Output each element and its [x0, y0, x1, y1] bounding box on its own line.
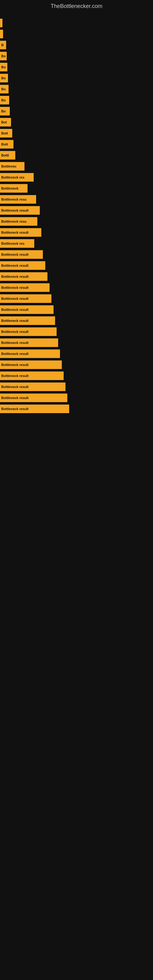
bar-label: Bot: [1, 120, 7, 124]
bar-row: B: [0, 41, 153, 49]
bar: Bott: [0, 129, 12, 137]
bar: Bottleneck result: [0, 317, 55, 325]
bar: Bottleneck resu: [0, 195, 36, 204]
bar-row: Bottleneck result: [0, 393, 153, 402]
bar-row: Bott: [0, 140, 153, 148]
bar-row: Bottleneck result: [0, 382, 153, 391]
bar-label: Bottleneck res: [1, 175, 24, 179]
bar-row: Bottleneck res: [0, 239, 153, 248]
bar: Bottleneck result: [0, 305, 54, 314]
bar-label: Bo: [1, 76, 6, 80]
bar-label: Bott: [1, 131, 8, 135]
bar-label: Bo: [1, 87, 6, 91]
bar: Bottleneck res: [0, 173, 33, 181]
bar-row: Bottlenec: [0, 162, 153, 170]
bar-row: Bot: [0, 118, 153, 126]
bar-label: Bott: [1, 142, 8, 146]
bar-label: Bottleneck resu: [1, 220, 27, 223]
bar-row: Bo: [0, 74, 153, 83]
bar-label: Bo: [1, 109, 6, 113]
bar: Bottleneck result: [0, 350, 60, 358]
bar-row: Bottleneck result: [0, 272, 153, 281]
bar-row: Bottleneck result: [0, 328, 153, 336]
bar-label: Bottleneck result: [1, 275, 29, 278]
bar-row: Bottleneck result: [0, 339, 153, 347]
bar-label: Bottleneck result: [1, 319, 29, 323]
bar-row: Bottleneck result: [0, 360, 153, 369]
bar-label: Bottleneck result: [1, 352, 29, 356]
bar-label: Bottleneck result: [1, 253, 29, 256]
bar-label: Bottl: [1, 153, 9, 157]
bar: [0, 19, 2, 27]
bar-row: [0, 19, 153, 27]
bar: Bottleneck result: [0, 272, 48, 281]
bar-label: Bottleneck: [1, 186, 18, 190]
bar-label: Bo: [1, 54, 6, 58]
bar-row: Bottleneck result: [0, 283, 153, 292]
bar-row: Bo: [0, 52, 153, 60]
bar: B: [0, 41, 6, 49]
bar-row: Bottleneck result: [0, 371, 153, 380]
bar-label: Bottleneck result: [1, 363, 29, 367]
bar-label: Bo: [1, 98, 6, 102]
bar: Bo: [0, 63, 7, 72]
bar-row: Bottleneck result: [0, 206, 153, 215]
bar-label: Bottleneck result: [1, 297, 29, 301]
bar: Bo: [0, 74, 8, 83]
bar-label: Bottleneck result: [1, 396, 29, 400]
bar-row: Bottleneck result: [0, 261, 153, 270]
bar-label: Bottleneck result: [1, 286, 29, 290]
bar: Bott: [0, 140, 13, 148]
bar: Bottleneck result: [0, 393, 67, 402]
bar-label: Bottleneck result: [1, 407, 29, 411]
bar-row: Bo: [0, 107, 153, 115]
bar: Bottl: [0, 151, 15, 159]
bar-row: Bottleneck result: [0, 317, 153, 325]
bar: Bottleneck res: [0, 239, 34, 248]
bar-label: Bottleneck result: [1, 264, 29, 267]
site-title: TheBottlenecker.com: [0, 0, 153, 16]
bar-row: Bo: [0, 63, 153, 72]
bar-label: Bottleneck result: [1, 385, 29, 389]
bar-row: Bottleneck result: [0, 350, 153, 358]
bar: Bottleneck result: [0, 261, 45, 270]
bar-row: Bottleneck result: [0, 294, 153, 303]
bar-label: Bottleneck result: [1, 330, 29, 334]
bar-row: Bottleneck result: [0, 228, 153, 237]
bar-label: Bottleneck res: [1, 242, 24, 245]
bar: [0, 30, 3, 38]
bar: Bo: [0, 52, 7, 60]
bar: Bottleneck result: [0, 382, 65, 391]
bar-label: Bottleneck result: [1, 374, 29, 378]
bar-label: Bottleneck result: [1, 341, 29, 345]
bar-label: Bo: [1, 65, 6, 69]
bar-row: Bottleneck resu: [0, 217, 153, 226]
bar-row: Bottleneck result: [0, 305, 153, 314]
bar-label: Bottleneck result: [1, 208, 29, 212]
bar-row: Bottleneck: [0, 184, 153, 192]
bar: Bottlenec: [0, 162, 24, 170]
bar: Bottleneck result: [0, 339, 58, 347]
bar-label: Bottlenec: [1, 164, 16, 168]
bar-row: Bottleneck resu: [0, 195, 153, 204]
bar-row: Bo: [0, 85, 153, 94]
bar: Bottleneck result: [0, 404, 69, 413]
bar: Bo: [0, 96, 9, 105]
bar: Bottleneck result: [0, 294, 51, 303]
bar-row: Bottleneck res: [0, 173, 153, 181]
bar: Bottleneck result: [0, 228, 41, 237]
bar: Bo: [0, 107, 10, 115]
bar: Bot: [0, 118, 11, 126]
bar-label: Bottleneck result: [1, 231, 29, 234]
bar: Bottleneck result: [0, 371, 64, 380]
bar: Bottleneck result: [0, 283, 49, 292]
bar-label: Bottleneck result: [1, 308, 29, 312]
bar-row: [0, 30, 153, 38]
bar-row: Bottl: [0, 151, 153, 159]
bar: Bottleneck result: [0, 328, 57, 336]
bar: Bottleneck result: [0, 206, 40, 215]
bar: Bottleneck resu: [0, 217, 37, 226]
bar-row: Bott: [0, 129, 153, 137]
bar-label: Bottleneck resu: [1, 197, 27, 201]
bar: Bottleneck result: [0, 250, 43, 259]
